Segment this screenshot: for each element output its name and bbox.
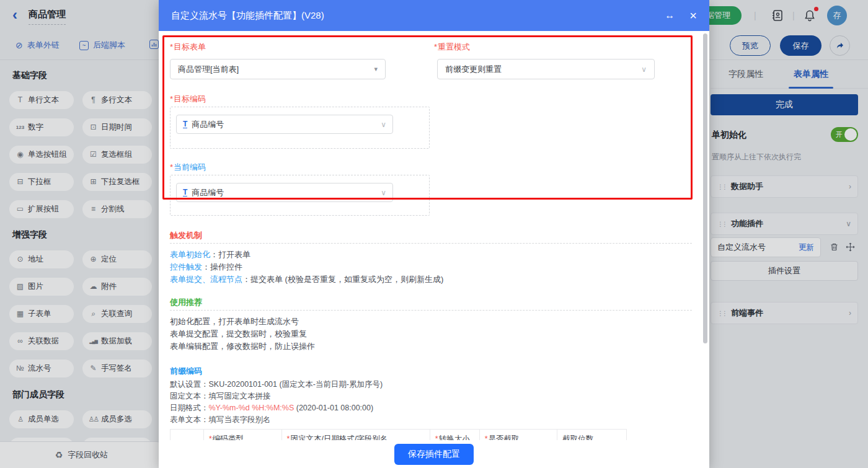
- save-plugin-config-button[interactable]: 保存插件配置: [394, 444, 474, 465]
- close-icon[interactable]: ×: [689, 10, 697, 21]
- table-header-empty: [170, 430, 204, 440]
- table-header-truncate: *是否截取: [480, 430, 558, 440]
- trigger-line: 控件触发：操作控件: [170, 261, 692, 273]
- modal-footer: 保存插件配置: [159, 440, 709, 468]
- usage-line: 表单编辑配置，修改数据时，防止误操作: [170, 340, 692, 353]
- reset-mode-select[interactable]: 前缀变更则重置 ∨: [437, 59, 655, 79]
- trigger-line: 表单初始化：打开表单: [170, 249, 692, 261]
- prefix-section-title: 前缀编码: [170, 366, 692, 376]
- target-form-select[interactable]: 商品管理[当前表] ▾: [170, 59, 386, 79]
- table-header-truncate-digits: 截取位数: [557, 430, 626, 440]
- table-header-code-type: *编码类型: [204, 430, 282, 440]
- target-code-select[interactable]: T 商品编号 ∨: [176, 115, 393, 134]
- target-form-label: *目标表单: [170, 42, 206, 53]
- chevron-down-icon: ∨: [641, 65, 647, 74]
- table-header-fixed-text: *固定文本/日期格式/字段别名: [282, 430, 430, 440]
- prefix-line: 表单文本：填写当表字段别名: [170, 415, 692, 425]
- chevron-down-icon: ∨: [381, 188, 386, 197]
- chevron-down-icon: ∨: [381, 120, 386, 129]
- trigger-line: 表单提交、流程节点：提交表单 (校验是否重复，如重复或为空，则刷新生成): [170, 273, 692, 286]
- modal-header: 自定义流水号【功能插件配置】(V28) ↔ ×: [159, 0, 709, 31]
- reset-mode-label: *重置模式: [434, 42, 470, 53]
- target-form-value: 商品管理[当前表]: [178, 64, 239, 75]
- plugin-config-modal: 自定义流水号【功能插件配置】(V28) ↔ × *目标表单 商品管理[当前表] …: [159, 0, 709, 468]
- prefix-line: 默认设置：SKU-20200101-001 (固定文本-当前日期-累加序号): [170, 379, 692, 390]
- modal-body: *目标表单 商品管理[当前表] ▾ *重置模式 前缀变更则重置 ∨ *目标编码 …: [159, 31, 709, 440]
- current-code-value: 商品编号: [192, 187, 224, 198]
- dashed-divider: [170, 243, 692, 244]
- usage-section-title: 使用推荐: [170, 298, 692, 307]
- modal-scrollbar[interactable]: [703, 33, 707, 343]
- target-code-value: 商品编号: [192, 119, 224, 130]
- reset-mode-value: 前缀变更则重置: [445, 64, 502, 75]
- expand-icon[interactable]: ↔: [665, 10, 675, 21]
- usage-line: 初始化配置，打开表单时生成流水号: [170, 316, 692, 328]
- target-code-label: *目标编码: [170, 94, 206, 105]
- table-header-case-convert: *转换大小: [430, 430, 480, 440]
- prefix-line: 日期格式：%Y-%m-%d %H:%M:%S (2020-01-01 08:00…: [170, 403, 692, 413]
- modal-title: 自定义流水号【功能插件配置】(V28): [171, 10, 650, 22]
- caret-down-icon: ▾: [374, 65, 378, 73]
- code-config-table-header: *编码类型 *固定文本/日期格式/字段别名 *转换大小 *是否截取 截取位数: [170, 429, 627, 440]
- current-code-label: *当前编码: [170, 162, 206, 173]
- current-code-select[interactable]: T 商品编号 ∨: [176, 183, 393, 202]
- dashed-divider: [170, 310, 692, 311]
- prefix-line: 固定文本：填写固定文本拼接: [170, 391, 692, 402]
- modal-help-sections: 触发机制 表单初始化：打开表单 控件触发：操作控件 表单提交、流程节点：提交表单…: [170, 231, 692, 440]
- text-field-icon: T: [183, 188, 187, 196]
- trigger-section-title: 触发机制: [170, 231, 692, 241]
- text-field-icon: T: [183, 120, 187, 128]
- usage-line: 表单提交配置，提交数据时，校验重复: [170, 328, 692, 340]
